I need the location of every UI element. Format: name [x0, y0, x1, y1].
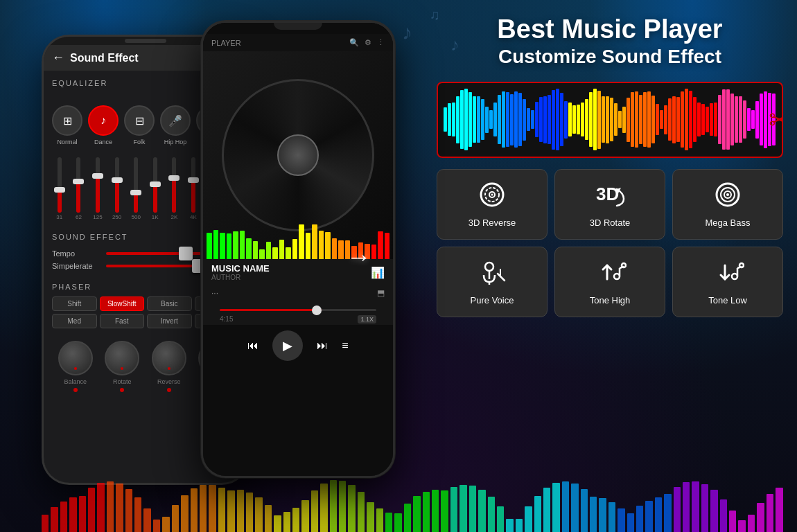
eq-visual-bar-15	[306, 233, 311, 259]
bottom-eq-bar-46	[469, 486, 476, 532]
preset-normal-label: Normal	[57, 139, 77, 145]
preset-dance[interactable]: ♪ Dance	[88, 105, 119, 145]
wave-bar-28	[560, 93, 563, 146]
bottom-eq-bar-16	[191, 488, 198, 532]
reverse-knob[interactable]	[152, 341, 186, 375]
eq-thumb-250[interactable]	[112, 177, 123, 183]
time-row: 4:15 1.1X	[211, 315, 385, 323]
settings-icon[interactable]: ⚙	[365, 38, 371, 47]
wave-bar-58	[685, 89, 688, 150]
eq-visual-bar-16	[312, 224, 317, 259]
wave-bar-41	[614, 103, 618, 136]
bottom-eq-bar-74	[729, 511, 736, 532]
phaser-slowshift[interactable]: SlowShift	[100, 296, 145, 311]
effect-tone-high[interactable]: Tone High	[554, 247, 665, 317]
bottom-eq-bar-8	[116, 484, 123, 532]
bottom-eq-bar-32	[339, 481, 346, 532]
bottom-eq-bar-64	[636, 506, 643, 532]
phaser-invert[interactable]: Invert	[147, 314, 192, 328]
simpelerate-label: Simpelerate	[52, 262, 100, 270]
eq-thumb-4K[interactable]	[188, 177, 199, 183]
eq-slider-125[interactable]: 125	[90, 157, 105, 220]
right-panel: Best Music Player Customize Sound Effect…	[437, 14, 783, 520]
preset-folk-icon: ⊟	[124, 105, 155, 136]
wave-bar-17	[514, 91, 518, 148]
balance-knob[interactable]	[58, 341, 93, 375]
bottom-eq-bar-58	[581, 489, 588, 532]
eq-thumb-125[interactable]	[92, 173, 103, 179]
eq-slider-250[interactable]: 250	[110, 157, 125, 220]
effect-3d-reverse[interactable]: 3D Reverse	[437, 169, 548, 240]
wave-bar-16	[510, 94, 514, 145]
effect-pure-voice[interactable]: Pure Voice	[437, 247, 548, 317]
balance-knob-col: Balance	[58, 341, 93, 392]
pure-voice-label: Pure Voice	[471, 295, 514, 305]
search-icon[interactable]: 🔍	[349, 38, 359, 47]
bottom-eq-bar-56	[562, 481, 569, 532]
eq-thumb-31[interactable]	[54, 187, 65, 193]
effects-grid: 3D Reverse 3D 3D Rotate Me	[437, 169, 783, 317]
wave-bar-14	[502, 91, 505, 148]
bottom-eq-bar-30	[320, 484, 327, 532]
bottom-eq-bar-38	[394, 513, 401, 532]
eq-slider-2K[interactable]: 2K	[167, 157, 182, 220]
more-btn[interactable]: ···	[211, 288, 218, 298]
wave-bar-27	[556, 89, 559, 150]
eq-thumb-1K[interactable]	[150, 181, 161, 187]
rotate-knob[interactable]	[105, 341, 139, 375]
phaser-fast[interactable]: Fast	[100, 314, 145, 328]
more-icon[interactable]: ⋮	[377, 38, 385, 47]
bottom-eq-bar-77	[757, 503, 764, 532]
wave-bar-33	[581, 103, 584, 136]
bottom-eq-bar-15	[181, 495, 188, 532]
bottom-eq-bar-49	[497, 506, 504, 532]
effect-tone-low[interactable]: Tone Low	[672, 247, 783, 317]
wave-bar-29	[564, 101, 568, 139]
preset-hiphop[interactable]: 🎤 Hip Hop	[160, 105, 191, 145]
play-btn[interactable]: ▶	[272, 330, 303, 361]
preset-hiphop-label: Hip Hop	[164, 139, 187, 145]
prev-btn[interactable]: ⏮	[247, 339, 259, 352]
song-info: MUSIC NAME AUTHOR	[211, 263, 270, 281]
eq-thumb-500[interactable]	[130, 190, 141, 195]
back-icon[interactable]: ←	[52, 51, 64, 65]
wave-bar-20	[527, 108, 530, 131]
rotate-dot	[120, 388, 124, 392]
wave-bar-49	[647, 91, 651, 148]
eq-visual-bar-1	[213, 230, 219, 259]
share-btn[interactable]: ⬒	[377, 288, 385, 298]
mega-bass-icon	[711, 181, 744, 212]
effect-mega-bass[interactable]: Mega Bass	[672, 169, 783, 240]
wave-bar-51	[656, 104, 659, 135]
phaser-basic[interactable]: Basic	[147, 296, 192, 311]
wave-bar-55	[672, 96, 676, 143]
eq-thumb-62[interactable]	[73, 179, 84, 184]
eq-slider-31[interactable]: 31	[52, 157, 67, 220]
effect-3d-rotate[interactable]: 3D 3D Rotate	[554, 169, 665, 240]
preset-folk[interactable]: ⊟ Folk	[124, 105, 155, 145]
phone2-notch	[274, 23, 322, 30]
progress-bar[interactable]	[220, 309, 376, 311]
preset-normal[interactable]: ⊞ Normal	[52, 105, 82, 145]
eq-slider-4K[interactable]: 4K	[186, 157, 201, 220]
eq-slider-62[interactable]: 62	[71, 157, 87, 220]
wave-bar-56	[676, 97, 680, 142]
vinyl-center	[277, 134, 319, 176]
next-btn[interactable]: ⏭	[317, 339, 328, 352]
bottom-eq-bar-4	[79, 496, 86, 533]
eq-visual-bar-25	[371, 245, 377, 259]
eq-icon[interactable]: 📊	[371, 266, 385, 279]
bottom-eq-bar-50	[506, 519, 513, 532]
bottom-eq-bar-57	[571, 484, 578, 532]
phaser-shift[interactable]: Shift	[52, 296, 97, 311]
mega-bass-label: Mega Bass	[705, 218, 750, 228]
wave-bar-26	[552, 90, 555, 150]
eq-slider-1K[interactable]: 1K	[148, 157, 163, 220]
phaser-med[interactable]: Med	[52, 314, 97, 328]
eq-thumb-2K[interactable]	[168, 175, 179, 181]
eq-slider-500[interactable]: 500	[128, 157, 143, 220]
bottom-eq-bar-7	[107, 481, 114, 532]
eq-visual-bar-11	[279, 240, 285, 259]
playlist-btn[interactable]: ≡	[342, 339, 348, 352]
wave-bar-0	[444, 107, 447, 132]
